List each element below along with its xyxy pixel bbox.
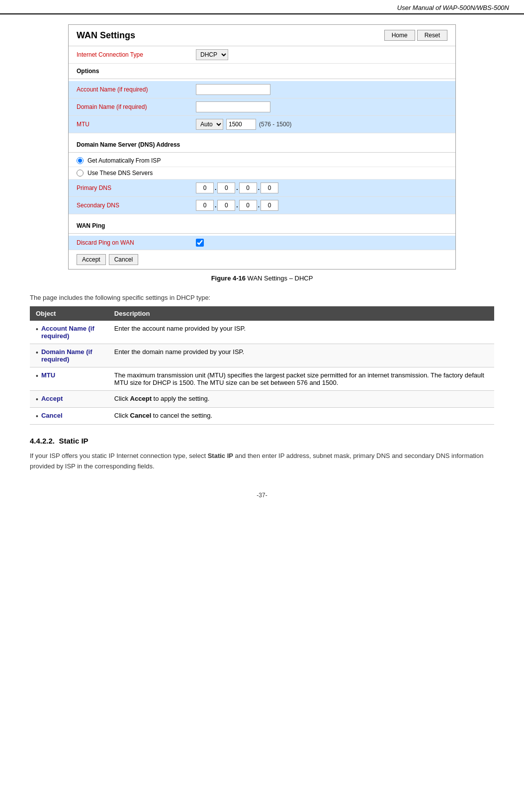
domain-name-label: Domain Name (if required) (77, 103, 196, 110)
mtu-mode-select[interactable]: Auto (196, 119, 223, 130)
wan-settings-title: WAN Settings (77, 30, 135, 41)
figure-caption-bold: Figure 4-16 (211, 274, 246, 282)
table-cell-description: Click Cancel to cancel the setting. (108, 408, 494, 425)
table-cell-description: Enter the account name provided by your … (108, 321, 494, 344)
discard-ping-control (196, 239, 447, 247)
account-name-label: Account Name (if required) (77, 86, 196, 93)
home-button[interactable]: Home (384, 30, 415, 41)
table-row: •AcceptClick Accept to apply the setting… (30, 391, 494, 408)
section-442-body: If your ISP offers you static IP Interne… (30, 451, 494, 472)
section-442-title-text: Static IP (59, 437, 88, 445)
table-row: •Domain Name (if required)Enter the doma… (30, 344, 494, 367)
secondary-dns-octet-1[interactable] (196, 200, 214, 211)
wan-ping-section-header: WAN Ping (69, 218, 455, 231)
secondary-dns-control: . . . (196, 200, 447, 211)
mtu-row: MTU Auto (576 - 1500) (69, 116, 455, 133)
primary-dns-label: Primary DNS (77, 184, 196, 191)
table-cell-description: Enter the domain name provided by your I… (108, 344, 494, 367)
table-row: •MTUThe maximum transmission unit (MTU) … (30, 367, 494, 391)
table-cell-object: •Account Name (if required) (30, 321, 108, 344)
domain-name-control (196, 101, 447, 112)
mtu-label: MTU (77, 121, 196, 128)
table-cell-description: Click Accept to apply the setting. (108, 391, 494, 408)
table-cell-object: •Cancel (30, 408, 108, 425)
discard-ping-row: Discard Ping on WAN (69, 236, 455, 250)
col-object-header: Object (30, 306, 108, 321)
account-name-control (196, 84, 447, 95)
dns-section-header: Domain Name Server (DNS) Address (69, 137, 455, 150)
col-description-header: Description (108, 306, 494, 321)
header-buttons: Home Reset (384, 30, 447, 41)
table-cell-object: •Domain Name (if required) (30, 344, 108, 367)
secondary-dns-ip-group: . . . (196, 200, 278, 211)
primary-dns-octet-4[interactable] (261, 182, 278, 193)
secondary-dns-octet-3[interactable] (239, 200, 257, 211)
internet-connection-control: DHCP (196, 49, 447, 60)
table-row: •CancelClick Cancel to cancel the settin… (30, 408, 494, 425)
options-section-header: Options (69, 64, 455, 77)
cancel-button[interactable]: Cancel (109, 254, 138, 265)
primary-dns-octet-1[interactable] (196, 182, 214, 193)
primary-dns-octet-3[interactable] (239, 182, 257, 193)
discard-ping-label: Discard Ping on WAN (77, 239, 196, 246)
section-442-title: 4.4.2.2. Static IP (30, 437, 494, 445)
mtu-value-input[interactable] (226, 119, 256, 130)
reset-button[interactable]: Reset (417, 30, 447, 41)
internet-connection-select[interactable]: DHCP (196, 49, 228, 60)
primary-dns-ip-group: . . . (196, 182, 278, 193)
description-intro: The page includes the following specific… (30, 294, 494, 301)
table-body: •Account Name (if required)Enter the acc… (30, 321, 494, 425)
internet-connection-row: Internet Connection Type DHCP (69, 46, 455, 64)
page-footer: -37- (30, 492, 494, 509)
section-442: 4.4.2.2. Static IP If your ISP offers yo… (30, 437, 494, 472)
primary-dns-row: Primary DNS . . . (69, 180, 455, 197)
table-cell-object: •MTU (30, 367, 108, 391)
dns-manual-radio[interactable] (77, 170, 84, 177)
dns-manual-row: Use These DNS Servers (69, 167, 455, 180)
dns-auto-row: Get Automatically From ISP (69, 155, 455, 167)
table-cell-object: •Accept (30, 391, 108, 408)
secondary-dns-label: Secondary DNS (77, 202, 196, 209)
settings-table: Object Description •Account Name (if req… (30, 306, 494, 425)
discard-ping-checkbox[interactable] (196, 239, 204, 247)
dns-auto-radio[interactable] (77, 157, 84, 164)
section-442-number: 4.4.2.2. (30, 437, 55, 445)
secondary-dns-octet-4[interactable] (261, 200, 278, 211)
page-header: User Manual of WAP-500N/WBS-500N (0, 0, 524, 14)
domain-name-input[interactable] (196, 101, 270, 112)
figure-caption-text: WAN Settings – DHCP (246, 274, 313, 282)
table-row: •Account Name (if required)Enter the acc… (30, 321, 494, 344)
form-actions: Accept Cancel (69, 250, 455, 269)
domain-name-row: Domain Name (if required) (69, 98, 455, 116)
secondary-dns-octet-2[interactable] (217, 200, 235, 211)
dns-auto-label: Get Automatically From ISP (87, 157, 161, 164)
secondary-dns-row: Secondary DNS . . . (69, 197, 455, 214)
mtu-control: Auto (576 - 1500) (196, 119, 447, 130)
static-ip-bold: Static IP (208, 452, 233, 459)
mtu-hint: (576 - 1500) (259, 121, 291, 128)
accept-button[interactable]: Accept (77, 254, 106, 265)
dns-manual-label: Use These DNS Servers (87, 170, 153, 177)
primary-dns-control: . . . (196, 182, 447, 193)
table-cell-description: The maximum transmission unit (MTU) spec… (108, 367, 494, 391)
manual-title: User Manual of WAP-500N/WBS-500N (397, 4, 509, 11)
internet-connection-label: Internet Connection Type (77, 51, 196, 58)
table-header-row: Object Description (30, 306, 494, 321)
primary-dns-octet-2[interactable] (217, 182, 235, 193)
account-name-input[interactable] (196, 84, 270, 95)
wan-settings-panel: WAN Settings Home Reset Internet Connect… (68, 24, 456, 270)
page-number: -37- (257, 492, 267, 499)
account-name-row: Account Name (if required) (69, 81, 455, 98)
wan-settings-header: WAN Settings Home Reset (69, 25, 455, 46)
figure-caption: Figure 4-16 WAN Settings – DHCP (30, 274, 494, 282)
